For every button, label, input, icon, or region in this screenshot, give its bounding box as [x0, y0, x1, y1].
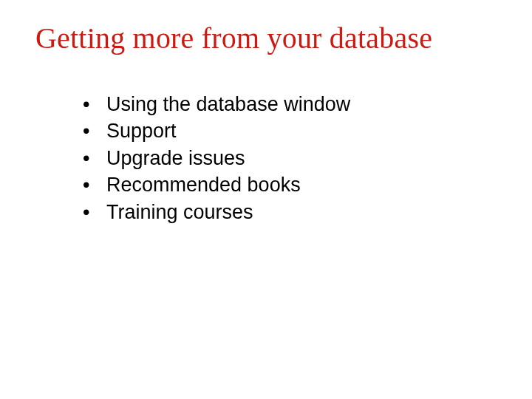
list-item: Training courses: [83, 199, 497, 225]
slide-title: Getting more from your database: [35, 21, 497, 55]
list-item-text: Using the database window: [106, 93, 350, 115]
slide: Getting more from your database Using th…: [0, 0, 532, 399]
list-item: Recommended books: [83, 171, 497, 198]
list-item-text: Upgrade issues: [106, 147, 245, 169]
list-item: Upgrade issues: [83, 145, 497, 171]
list-item: Using the database window: [83, 91, 497, 117]
list-item-text: Support: [106, 120, 177, 142]
list-item-text: Recommended books: [106, 174, 301, 196]
bullet-list: Using the database window Support Upgrad…: [35, 91, 497, 225]
list-item-text: Training courses: [106, 201, 253, 223]
list-item: Support: [83, 117, 497, 144]
